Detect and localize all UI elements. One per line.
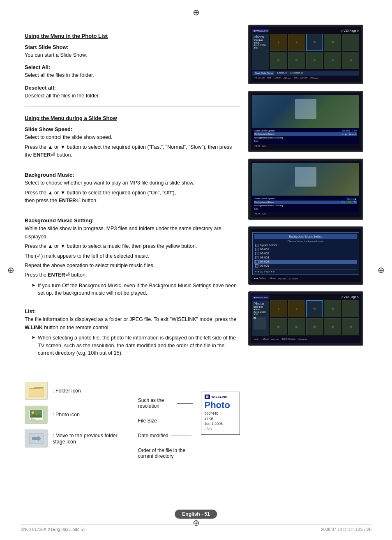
folder-icon-row: : Folder icon (25, 382, 118, 400)
tv-photo-list-area-5: Photo 580*440 47KB Jun 1,2008 3/23 🖼 ▤ ▤… (252, 300, 359, 337)
wiselink-header: ⊞ WISELINK (205, 395, 237, 399)
tv-photo-info-panel-5: Photo 580*440 47KB Jun 1,2008 3/23 🖼 (252, 300, 269, 337)
tv-screen-2: Slide Show Speed Normal Fast Background … (248, 91, 363, 152)
tv-dialog-item-05: 05-005 (254, 264, 357, 268)
wiselink-detail-date: Jun 1,2008 (205, 421, 237, 427)
svg-point-5 (32, 411, 34, 414)
nav-exit-2: Exit (262, 145, 266, 147)
subsec-bgmusicsetting-heading: Background Music Setting: (25, 217, 240, 224)
nav-select-5: lect (254, 338, 258, 341)
folder-icon-label: : Folder icon (53, 388, 81, 394)
tv-screen-5: ⊞ WISELINK ◁ V13 Page ▷ Photo 580*440 47… (248, 291, 363, 346)
tv-photo-list-area: Photo 580*440 47KB Jun 1,2008 3/23 ▤ ▤ 🖼… (252, 34, 359, 70)
nav-enter-5: ↵Enter (271, 338, 279, 341)
tv-item-02-label: 02-002 (260, 252, 269, 255)
enter-bold-1: ENTER (33, 152, 51, 158)
tv-bgsetting-label-3: Background Music Setting (254, 204, 283, 207)
svg-text:Photo: Photo (31, 418, 36, 420)
tv-dialog-bottom-4: ◄◄ 1/1 Page ►► (254, 269, 357, 273)
page: Using the Menu in the Photo List Start S… (0, 0, 392, 540)
folder-icon-img (25, 382, 48, 400)
menu-deselectall: Deselect all (291, 72, 303, 75)
svg-rect-2 (29, 389, 43, 396)
subsec-bgmusicsetting-body3: The (✓) mark appears to the left of the … (25, 252, 240, 260)
nav-enter-4: ↵Enter (278, 277, 286, 280)
wiselink-label-1: ⊞ WISELINK (252, 29, 269, 32)
tv-overlay-3: Slide Show Speed Normal▶ Background Musi… (252, 196, 359, 212)
nav-return-1: ↺Return (310, 76, 319, 79)
wiselink-detail-size: 47KB (205, 416, 237, 422)
subsec-bgmusicsetting-body2: Press the ▲ or ▼ button to select a musi… (25, 242, 240, 250)
tv-dialog-subtitle-4: Choose file for background music (254, 240, 357, 242)
tv-thumb-area: ▤ ▤ 🖼 🖼 🖼 🖼 🖼 🖼 🖼 (270, 34, 359, 70)
subsec-select-all-body: Select all the files in the folder. (25, 72, 240, 79)
tv-item-05-label: 05-005 (260, 264, 269, 267)
subsec-start-slide-show-body: You can start a Slide Show. (25, 51, 240, 59)
tv-bgmusic-label-3: Background Music (254, 201, 274, 203)
page-indicator-5: ◁ V13 Page ▷ (341, 295, 359, 299)
tv-bgmusic-val-2: On ▶ Normal (341, 133, 357, 136)
tv-item-03-label: 03-003 (260, 256, 269, 259)
tv-row-speed-2: Slide Show Speed Normal Fast (254, 129, 357, 132)
subsec-bgmusic-body1: Select to choose whether you want to pla… (25, 179, 240, 187)
note-text-2: When selecting a photo file, the photo f… (38, 334, 240, 357)
nav-option-5: INFO Option (281, 338, 295, 341)
tv-dialog-4: Background Music Setting Choose file for… (252, 232, 359, 275)
tv-bgmusic-val-3: On Off On (341, 201, 357, 203)
tv-screen-5-inner: ⊞ WISELINK ◁ V13 Page ▷ Photo 580*440 47… (251, 294, 361, 344)
note-arrow-2: ➤ (31, 335, 35, 340)
footer: BN68-01736A-X1Eng-0623.indd 51 2008-07-1… (21, 524, 371, 532)
nav-return-5: ↺Return (298, 338, 307, 341)
tv-list-label-2: List (254, 140, 258, 142)
tv-dialog-item-01: 01-001 (254, 247, 357, 252)
tv-thumb-grid-5b: 🖼 🖼 🖼 🖼 🖼 (270, 318, 359, 335)
tv-screen-4-inner: Background Music Setting Choose file for… (251, 229, 361, 282)
caption-hline-3 (171, 436, 191, 436)
menu-start: Start Slide Show (254, 72, 274, 75)
tv-row-speed-3: Slide Show Speed Normal▶ (254, 197, 357, 201)
subsec-speed-body1: Select to control the slide show speed. (25, 134, 240, 141)
tv-thumb-r2-4: 🖼 (324, 52, 341, 69)
subsec-list-body1: The file information is displayed as a f… (25, 316, 240, 332)
tv-thumb-upper-5: ▤ (270, 300, 287, 318)
tv-pagination-4: ◄◄ 1/1 Page ►► (254, 270, 275, 273)
caption-lines: Such as the resolution File Size Date mo… (138, 392, 193, 459)
tv-checkbox-04: ✓ (255, 260, 258, 263)
tv-thumb-r2-3-5: 🖼 (306, 318, 323, 335)
tv-checkbox-upper (255, 244, 258, 247)
caption-order-text: Order of the file in the current directo… (138, 448, 187, 459)
wiselink-photo-title: Photo (205, 401, 237, 410)
tv-dialog-item-upper: Upper Folder (254, 243, 357, 247)
tv-row-bgsetting-3: Background Music Setting (254, 204, 357, 207)
tv-screen-2-inner: Slide Show Speed Normal Fast Background … (251, 93, 361, 150)
tv-dialog-item-04: ✓ 04-004 (254, 260, 357, 264)
tv-top-bar-1: ⊞ WISELINK ◁ V13 Page ▷ (252, 29, 359, 32)
tv-bottom-bar-2: INFO Exit (252, 144, 359, 148)
caption-order: Order of the file in the current directo… (138, 448, 193, 459)
enter-bold-3: ENTER (48, 272, 65, 278)
tv-item-01-label: 01-001 (260, 248, 269, 251)
subsec-deselect-all-heading: Deselect all: (25, 85, 240, 91)
menu-selectall: Select All (277, 72, 287, 75)
subsec-list-note: ➤ When selecting a photo file, the photo… (25, 334, 240, 357)
tv-thumb-r2-2: 🖼 (288, 52, 305, 69)
tv-thumb-r2-3: 🖼 (306, 52, 323, 69)
nav-return-4: ↺Return (288, 277, 298, 280)
subsec-bgmusicsetting-note: ➤ If you turn Off the Background Music, … (25, 282, 240, 298)
caption-hline-2 (159, 421, 180, 421)
tv-menu-bar-1: Start Slide Show Select All Deselect all (252, 71, 359, 76)
tv-thumb-r2-1: 🖼 (270, 52, 287, 69)
tv-waterfall-2 (252, 95, 359, 128)
subsec-bgmusicsetting-body4: Repeat the above operation to select mul… (25, 262, 240, 270)
tv-speed-val-2: Normal Fast (342, 129, 357, 132)
tv-thumb-photo1-5: 🖼 (306, 300, 323, 318)
subsec-speed-body2: Press the ▲ or ▼ button to select the re… (25, 143, 240, 159)
tv-thumb-grid-2: 🖼 🖼 🖼 🖼 🖼 (270, 52, 359, 69)
wiselink-detail-res: 580*440 (205, 411, 237, 416)
tv-thumb-upper: ▤ (270, 34, 287, 51)
nav-info-1: INFO Exit (254, 76, 265, 79)
tv-thumb-none-5 (342, 300, 359, 318)
tv-selected-thumb-5: 🖼 (254, 317, 266, 330)
nav-move-5: ↔Move (260, 338, 269, 341)
caption-filesize: File Size (138, 418, 193, 424)
